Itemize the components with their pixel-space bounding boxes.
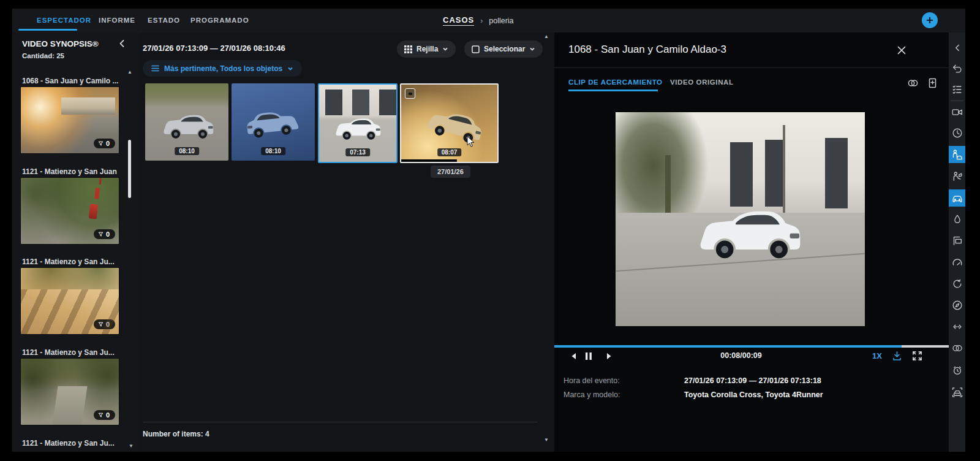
tab-video-original[interactable]: VIDEO ORIGINAL — [670, 78, 734, 86]
result-thumbnail-selected[interactable]: 07:13 — [318, 83, 398, 163]
license-plate-button[interactable] — [949, 384, 965, 401]
result-thumbnail[interactable]: 08:10 — [232, 83, 315, 161]
plus-icon — [925, 16, 934, 25]
fullscreen-icon[interactable] — [911, 350, 923, 362]
items-count-label: Number of items: 4 — [143, 430, 209, 438]
time-filter-button[interactable] — [949, 124, 965, 142]
license-plate-car-icon — [951, 386, 963, 398]
alarm-clock-icon — [951, 364, 963, 376]
camera-icon — [951, 106, 963, 118]
chevron-down-icon — [529, 46, 535, 52]
undo-button[interactable] — [949, 60, 965, 77]
sidebar-scrollbar-thumb[interactable] — [128, 140, 131, 198]
appearance-compare-icon[interactable] — [907, 77, 919, 89]
camera-item-title[interactable]: 1068 - San Juan y Camilo ... — [22, 77, 123, 85]
select-button[interactable]: Seleccionar — [464, 40, 543, 58]
vehicle-filter-button[interactable] — [949, 189, 965, 207]
camera-item-title[interactable]: 1121 - Matienzo y San Ju... — [22, 439, 123, 448]
camera-filter-button[interactable] — [949, 104, 965, 121]
thumbnail-filter-badge[interactable]: 0 — [94, 319, 115, 329]
close-icon[interactable] — [896, 45, 907, 56]
car-icon — [951, 192, 963, 204]
speed-filter-button[interactable] — [949, 254, 965, 271]
funnel-icon — [98, 141, 104, 147]
tab-informe[interactable]: INFORME — [99, 17, 135, 24]
color-filter-button[interactable] — [949, 211, 965, 228]
camera-item-thumbnail[interactable]: 0 — [20, 86, 119, 154]
sidebar-scroll-down-arrow[interactable]: ▼ — [129, 444, 134, 449]
download-icon[interactable] — [891, 350, 903, 362]
breadcrumb-current-case: polleria — [489, 17, 513, 25]
add-button[interactable] — [922, 12, 938, 28]
sort-filter-button[interactable]: Más pertinente, Todos los objetos — [143, 60, 302, 77]
filter-lines-icon — [151, 65, 159, 72]
funnel-icon — [98, 413, 104, 418]
person-filter-button[interactable] — [949, 146, 965, 163]
area-icon — [951, 235, 963, 247]
thumbnail-filter-badge[interactable]: 0 — [94, 139, 115, 148]
breadcrumb-casos-link[interactable]: CASOS — [443, 15, 474, 26]
breadcrumb: CASOS › polleria — [443, 15, 514, 26]
overlapping-circles-icon — [951, 342, 963, 354]
camera-item-thumbnail[interactable]: 0 — [20, 177, 119, 245]
breadcrumb-separator-icon: › — [480, 17, 483, 25]
compass-icon — [951, 299, 963, 311]
thumbnail-time-badge: 07:13 — [345, 148, 370, 156]
camera-item-thumbnail[interactable]: 0 — [20, 267, 119, 335]
video-player-frame[interactable] — [616, 112, 865, 326]
direction-filter-button[interactable] — [949, 297, 965, 314]
video-scene-door — [730, 142, 753, 207]
previous-frame-button[interactable] — [568, 351, 579, 362]
results-divider — [143, 422, 538, 422]
thumbnail-progress-bar — [401, 159, 457, 162]
date-tooltip: 27/01/26 — [431, 166, 470, 178]
sidebar-title: VIDEO SYNOPSIS® — [22, 39, 99, 48]
chevron-left-icon — [951, 42, 963, 54]
chevron-down-icon — [287, 66, 293, 72]
duration-filter-button[interactable] — [949, 275, 965, 292]
person-attributes-button[interactable] — [949, 168, 965, 185]
tab-clip-de-acercamiento[interactable]: CLIP DE ACERCAMIENTO — [568, 78, 663, 86]
next-frame-button[interactable] — [603, 351, 614, 362]
detail-active-tab-underline — [568, 90, 658, 91]
main-scroll-down-arrow[interactable]: ▼ — [544, 438, 549, 443]
checklist-icon — [951, 83, 963, 96]
result-thumbnail-hovered[interactable]: 08:07 — [400, 83, 499, 163]
thumbnail-filter-badge[interactable]: 0 — [94, 229, 115, 239]
results-list-button[interactable] — [949, 81, 965, 98]
camera-item-thumbnail[interactable]: 0 — [20, 358, 119, 425]
person-attributes-icon — [951, 170, 963, 183]
thumbnail-time-badge: 08:10 — [261, 147, 285, 155]
size-filter-button[interactable] — [949, 318, 965, 335]
sidebar-scroll-up-arrow[interactable]: ▲ — [127, 70, 132, 75]
rail-divider — [951, 101, 963, 101]
person-vehicle-icon — [951, 148, 963, 161]
detail-header-divider — [554, 67, 949, 68]
result-thumbnail[interactable]: 08:10 — [145, 83, 228, 161]
appearance-similarity-button[interactable] — [949, 340, 965, 357]
event-time-value: 27/01/26 07:13:09 — 27/01/26 07:13:18 — [684, 376, 821, 385]
alert-time-button[interactable] — [949, 362, 965, 379]
camera-item-title[interactable]: 1121 - Matienzo y San Ju... — [22, 348, 123, 357]
bookmark-add-icon[interactable] — [927, 77, 938, 89]
tab-espectador[interactable]: ESPECTADOR — [37, 17, 91, 24]
area-filter-button[interactable] — [949, 232, 965, 250]
main-scroll-up-arrow[interactable]: ▲ — [544, 34, 549, 39]
object-marker-badge — [405, 88, 415, 99]
detected-vehicle — [690, 200, 807, 269]
speedometer-icon — [951, 256, 963, 269]
make-model-value: Toyota Corolla Cross, Toyota 4Runner — [684, 391, 823, 399]
camera-item-title[interactable]: 1121 - Matienzo y San Ju... — [22, 257, 123, 266]
playback-speed-button[interactable]: 1X — [872, 351, 882, 360]
pause-button[interactable] — [583, 351, 594, 362]
thumbnail-filter-badge[interactable]: 0 — [94, 410, 115, 420]
collapse-panel-button[interactable] — [949, 39, 965, 56]
tab-programado[interactable]: PROGRAMADO — [190, 17, 249, 24]
player-time-label: 00:08/00:09 — [677, 351, 805, 360]
checkbox-icon — [472, 45, 480, 53]
player-progress-track[interactable] — [554, 345, 949, 348]
grid-view-button[interactable]: Rejilla — [397, 40, 456, 58]
tab-estado[interactable]: ESTADO — [148, 17, 180, 24]
camera-item-title[interactable]: 1121 - Matienzo y San Juan — [22, 167, 123, 176]
sidebar-collapse-button[interactable] — [117, 39, 127, 48]
